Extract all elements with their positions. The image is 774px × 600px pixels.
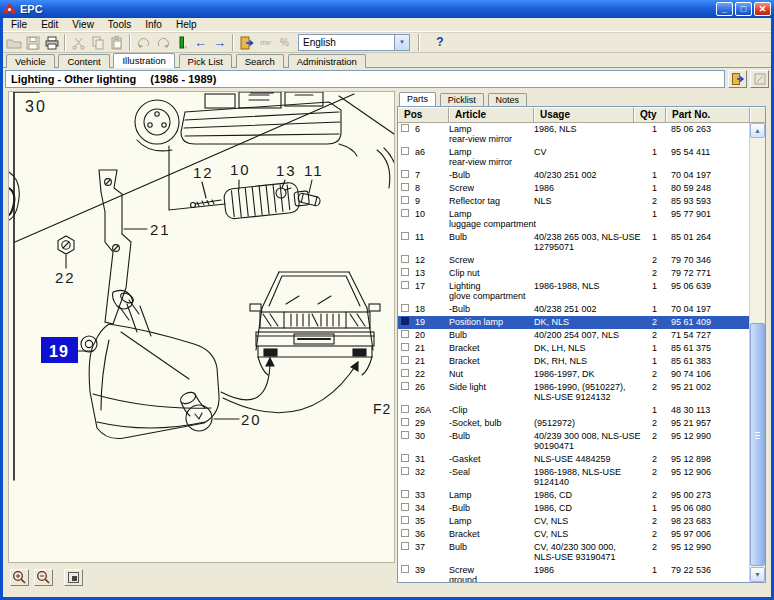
fit-view-button[interactable] (64, 569, 83, 586)
table-row[interactable]: 34 -Bulb 1986, CD 1 95 06 080 (398, 502, 749, 515)
menu-view[interactable]: View (65, 18, 101, 31)
table-row[interactable]: 8 Screw 1986 1 80 59 248 (398, 182, 749, 195)
tab-illustration[interactable]: Illustration (113, 53, 174, 68)
table-row[interactable]: 19 Position lamp DK, NLS 2 95 61 409 (398, 316, 749, 329)
row-checkbox[interactable] (401, 124, 409, 132)
row-checkbox[interactable] (401, 196, 409, 204)
row-checkbox[interactable] (401, 317, 409, 325)
row-checkbox[interactable] (401, 147, 409, 155)
scroll-down-icon[interactable]: ▼ (750, 567, 765, 582)
forward-icon[interactable]: → (210, 34, 229, 52)
zoom-out-button[interactable] (34, 569, 53, 586)
row-checkbox[interactable] (401, 431, 409, 439)
row-checkbox[interactable] (401, 503, 409, 511)
row-checkbox[interactable] (401, 183, 409, 191)
table-row[interactable]: 9 Reflector tag NLS 2 85 93 593 (398, 195, 749, 208)
table-row[interactable]: 35 Lamp CV, NLS 2 98 23 683 (398, 515, 749, 528)
row-checkbox[interactable] (401, 268, 409, 276)
menu-help[interactable]: Help (169, 18, 204, 31)
table-row[interactable]: 29 -Socket, bulb (9512972) 2 95 21 957 (398, 417, 749, 430)
row-checkbox[interactable] (401, 343, 409, 351)
tab-administration[interactable]: Administration (288, 54, 366, 68)
tab-picklist[interactable]: Picklist (440, 93, 484, 106)
illustration-panel[interactable]: 30 12 10 13 11 21 22 20 F2 19 (8, 91, 395, 563)
tab-parts[interactable]: Parts (399, 92, 436, 106)
row-checkbox[interactable] (401, 255, 409, 263)
column-header-usage[interactable]: Usage (534, 107, 634, 122)
table-row[interactable]: 33 Lamp 1986, CD 2 95 00 273 (398, 489, 749, 502)
row-checkbox[interactable] (401, 369, 409, 377)
chevron-down-icon[interactable]: ▼ (394, 35, 409, 50)
help-icon[interactable]: ? (429, 34, 451, 52)
row-checkbox[interactable] (401, 330, 409, 338)
row-checkbox[interactable] (401, 170, 409, 178)
maximize-button[interactable]: □ (735, 2, 752, 16)
row-checkbox[interactable] (401, 209, 409, 217)
goto-illustration-icon[interactable] (237, 34, 256, 52)
scrollbar-thumb[interactable] (750, 323, 765, 566)
row-checkbox[interactable] (401, 542, 409, 550)
close-button[interactable]: ✕ (754, 2, 771, 16)
goto-illustration-button[interactable] (728, 70, 747, 88)
row-checkbox[interactable] (401, 467, 409, 475)
row-checkbox[interactable] (401, 382, 409, 390)
row-checkbox[interactable] (401, 418, 409, 426)
row-checkbox[interactable] (401, 529, 409, 537)
table-row[interactable]: 31 -Gasket NLS-USE 4484259 2 95 12 898 (398, 453, 749, 466)
language-select[interactable]: English ▼ (298, 34, 410, 51)
row-article-sub: rear-view mirror (449, 134, 534, 144)
table-row[interactable]: 20 Bulb 40/200 254 007, NLS 2 71 54 727 (398, 329, 749, 342)
menu-info[interactable]: Info (138, 18, 169, 31)
row-checkbox[interactable] (401, 232, 409, 240)
table-row[interactable]: 12 Screw 2 79 70 346 (398, 254, 749, 267)
table-row[interactable]: 37 Bulb CV, 40/230 300 000, NLS-USE 9319… (398, 541, 749, 564)
minimize-button[interactable]: _ (716, 2, 733, 16)
title-bar[interactable]: EPC _ □ ✕ (0, 0, 774, 18)
menu-edit[interactable]: Edit (34, 18, 65, 31)
table-row[interactable]: 36 Bracket CV, NLS 2 95 97 006 (398, 528, 749, 541)
row-checkbox[interactable] (401, 405, 409, 413)
scroll-up-icon[interactable]: ▲ (750, 123, 765, 138)
row-checkbox[interactable] (401, 516, 409, 524)
table-row[interactable]: 39 Screw ground 1986 1 79 22 536 (398, 564, 749, 582)
table-row[interactable]: 17 Lighting glove compartment 1986-1988,… (398, 280, 749, 303)
tab-notes[interactable]: Notes (488, 93, 528, 106)
tab-content[interactable]: Content (58, 54, 109, 68)
table-row[interactable]: 22 Nut 1986-1997, DK 2 90 74 106 (398, 368, 749, 381)
row-checkbox[interactable] (401, 565, 409, 573)
table-row[interactable]: 26 Side light 1986-1990, (9510227), NLS-… (398, 381, 749, 404)
table-row[interactable]: 21 Bracket DK, LH, NLS 1 85 61 375 (398, 342, 749, 355)
table-row[interactable]: 30 -Bulb 40/239 300 008, NLS-USE 9019047… (398, 430, 749, 453)
tab-search[interactable]: Search (236, 54, 284, 68)
column-header-qty[interactable]: Qty (634, 107, 666, 122)
table-row[interactable]: 32 -Seal 1986-1988, NLS-USE 9124140 2 95… (398, 466, 749, 489)
zoom-in-button[interactable] (10, 569, 29, 586)
table-row[interactable]: 10 Lamp luggage compartment 1 95 77 901 (398, 208, 749, 231)
callout-19-highlight[interactable]: 19 (41, 337, 78, 363)
column-header-partno[interactable]: Part No. (666, 107, 750, 122)
table-row[interactable]: 7 -Bulb 40/230 251 002 1 70 04 197 (398, 169, 749, 182)
tab-pick-list[interactable]: Pick List (179, 54, 232, 68)
menu-tools[interactable]: Tools (101, 18, 138, 31)
marker-icon[interactable] (172, 34, 191, 52)
table-row[interactable]: 6 Lamp rear-view mirror 1986, NLS 1 85 0… (398, 123, 749, 146)
row-checkbox[interactable] (401, 490, 409, 498)
table-row[interactable]: a6 Lamp rear-view mirror CV 1 95 54 411 (398, 146, 749, 169)
table-row[interactable]: 18 -Bulb 40/238 251 002 1 70 04 197 (398, 303, 749, 316)
tab-vehicle[interactable]: Vehicle (6, 54, 55, 68)
table-row[interactable]: 11 Bulb 40/238 265 003, NLS-USE 12795071… (398, 231, 749, 254)
row-checkbox[interactable] (401, 356, 409, 364)
menu-file[interactable]: File (4, 18, 34, 31)
back-icon[interactable]: ← (191, 34, 210, 52)
table-row[interactable]: 26A -Clip 1 48 30 113 (398, 404, 749, 417)
column-header-pos[interactable]: Pos (398, 107, 449, 122)
print-icon[interactable] (42, 34, 61, 52)
table-row[interactable]: 13 Clip nut 2 79 72 771 (398, 267, 749, 280)
vertical-scrollbar[interactable]: ▲ ▼ (749, 123, 765, 582)
page-title: Lighting - Other lighting (11, 73, 136, 85)
row-checkbox[interactable] (401, 454, 409, 462)
column-header-article[interactable]: Article (449, 107, 534, 122)
row-checkbox[interactable] (401, 281, 409, 289)
table-row[interactable]: 21 Bracket DK, RH, NLS 1 85 61 383 (398, 355, 749, 368)
row-checkbox[interactable] (401, 304, 409, 312)
